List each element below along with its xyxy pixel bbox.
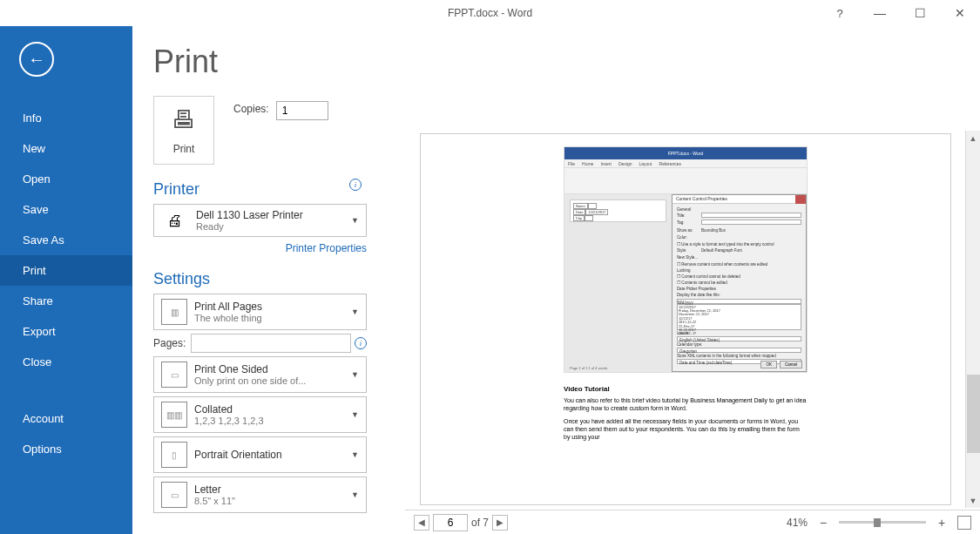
setting-print-all-pages[interactable]: ▥ Print All Pages The whole thing ▼ <box>153 294 367 330</box>
titlebar: FPPT.docx - Word ? — ☐ ✕ <box>0 0 980 26</box>
sidebar-item-share[interactable]: Share <box>0 286 132 316</box>
collated-icon: ▥▥ <box>161 402 187 428</box>
close-button[interactable]: ✕ <box>940 0 980 26</box>
sidebar-item-print[interactable]: Print <box>0 255 132 286</box>
chevron-down-icon: ▼ <box>351 370 359 379</box>
printer-name: Dell 1130 Laser Printer <box>196 209 303 221</box>
prev-page-button[interactable]: ◀ <box>414 515 429 531</box>
preview-page: FPPT.docx - Word File Home Insert Design… <box>421 134 950 504</box>
settings-section-title: Settings <box>153 270 367 288</box>
setting-one-sided[interactable]: ▭ Print One Sided Only print on one side… <box>153 356 367 393</box>
chevron-down-icon: ▼ <box>351 216 359 225</box>
setting-orientation[interactable]: ▯ Portrait Orientation ▼ <box>153 436 367 473</box>
scroll-thumb[interactable] <box>967 375 980 453</box>
print-button-label: Print <box>173 143 195 155</box>
sidebar-item-save[interactable]: Save <box>0 194 132 225</box>
zoom-slider-thumb[interactable] <box>874 518 881 527</box>
print-button[interactable]: 🖶 Print <box>153 96 214 165</box>
page-count-label: of 7 <box>471 517 489 529</box>
sidebar-item-open[interactable]: Open <box>0 164 132 194</box>
setting-paper-size[interactable]: ▭ Letter 8.5" x 11" ▼ <box>153 477 367 513</box>
preview-scrollbar[interactable]: ▲ ▼ <box>965 131 980 508</box>
zoom-in-button[interactable]: + <box>935 516 949 530</box>
preview-para: Once you have added all the necessary fi… <box>564 417 808 441</box>
zoom-percent[interactable]: 41% <box>787 517 808 529</box>
printer-status: Ready <box>196 221 303 232</box>
setting-collated[interactable]: ▥▥ Collated 1,2,3 1,2,3 1,2,3 ▼ <box>153 396 367 433</box>
pages-label: Pages: <box>153 337 186 349</box>
help-button[interactable]: ? <box>820 0 860 26</box>
back-button[interactable]: ← <box>19 42 54 77</box>
info-icon[interactable]: i <box>349 179 362 191</box>
sidebar: ← Info New Open Save Save As Print Share… <box>0 26 132 534</box>
page-title: Print <box>153 44 367 80</box>
zoom-fit-button[interactable] <box>957 516 971 530</box>
embedded-screenshot: FPPT.docx - Word File Home Insert Design… <box>564 146 808 373</box>
info-icon[interactable]: i <box>355 337 367 349</box>
minimize-button[interactable]: — <box>860 0 900 26</box>
chevron-down-icon: ▼ <box>351 308 359 316</box>
pages-input[interactable] <box>191 334 351 353</box>
preview-heading: Video Tutorial <box>564 385 808 393</box>
pages-icon: ▥ <box>161 299 187 325</box>
sidebar-item-options[interactable]: Options <box>0 434 132 464</box>
current-page-input[interactable] <box>433 514 468 531</box>
next-page-button[interactable]: ▶ <box>492 515 508 531</box>
zoom-out-button[interactable]: − <box>816 516 830 530</box>
chevron-down-icon: ▼ <box>351 450 359 459</box>
portrait-icon: ▯ <box>161 442 187 468</box>
print-preview: FPPT.docx - Word File Home Insert Design… <box>405 26 980 534</box>
sidebar-item-account[interactable]: Account <box>0 403 132 434</box>
printer-icon: 🖶 <box>172 105 196 134</box>
preview-footer: ◀ of 7 ▶ 41% − + <box>405 510 980 534</box>
maximize-button[interactable]: ☐ <box>900 0 940 26</box>
printer-device-icon: 🖨 <box>161 211 189 230</box>
preview-para: You can also refer to this brief video t… <box>564 396 808 412</box>
sidebar-item-export[interactable]: Export <box>0 316 132 347</box>
printer-properties-link[interactable]: Printer Properties <box>153 242 367 254</box>
copies-label: Copies: <box>233 103 269 115</box>
chevron-down-icon: ▼ <box>351 410 359 419</box>
chevron-down-icon: ▼ <box>351 490 359 499</box>
letter-icon: ▭ <box>161 482 187 508</box>
zoom-slider[interactable] <box>839 521 926 524</box>
sidebar-item-new[interactable]: New <box>0 133 132 164</box>
copies-input[interactable] <box>276 101 328 120</box>
sidebar-item-saveas[interactable]: Save As <box>0 225 132 255</box>
window-title: FPPT.docx - Word <box>448 7 532 19</box>
scroll-up-icon[interactable]: ▲ <box>966 131 980 145</box>
scroll-down-icon[interactable]: ▼ <box>966 493 980 508</box>
back-arrow-icon: ← <box>28 50 45 70</box>
printer-section-title: Printer <box>153 180 199 199</box>
sidebar-item-close[interactable]: Close <box>0 347 132 377</box>
printer-select[interactable]: 🖨 Dell 1130 Laser Printer Ready ▼ <box>153 204 367 237</box>
one-sided-icon: ▭ <box>161 362 187 388</box>
sidebar-item-info[interactable]: Info <box>0 103 132 133</box>
